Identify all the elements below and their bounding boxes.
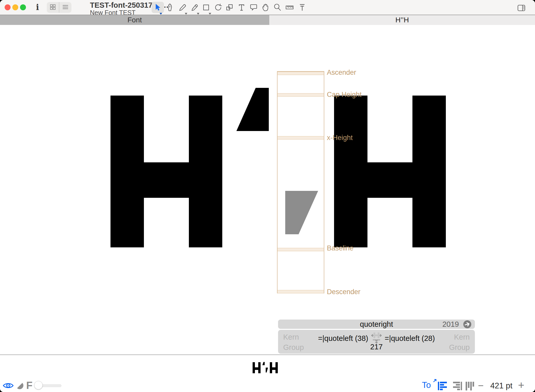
select-tool[interactable] (153, 3, 162, 12)
align-left-button[interactable] (438, 382, 448, 390)
glyph-name-bar: quoteright 2019 (278, 320, 475, 329)
tab-font-label: Font (127, 16, 142, 24)
glyph-info-box: Kern Group Kern Group =|quoteleft (38) (278, 330, 475, 354)
select-tool-caret (160, 13, 162, 15)
select-arrow-icon (153, 3, 162, 12)
descender-label: Descender (327, 288, 361, 296)
eye-icon (3, 382, 14, 389)
scale-icon (225, 3, 234, 12)
erase-tool[interactable] (190, 3, 199, 12)
preview-size-slider-knob[interactable] (34, 381, 43, 389)
list-view-button[interactable] (59, 2, 71, 13)
baseline-zone (278, 248, 324, 251)
rotate-icon (214, 3, 222, 12)
grid-view-button[interactable] (47, 2, 59, 13)
kerning-preview-text (253, 362, 278, 374)
glyph-shape (110, 96, 144, 247)
preview-strip: F To (0, 355, 535, 392)
pen-nib-icon (165, 3, 174, 12)
black-white-preview-toggle[interactable] (16, 382, 23, 389)
draw-tool[interactable] (165, 3, 174, 12)
glyph-width-value[interactable]: 217 (278, 343, 475, 351)
sidebar-toggle-button[interactable] (517, 4, 526, 12)
ruler-icon (285, 3, 294, 12)
left-kern-value[interactable]: =|quoteleft (38) (318, 334, 368, 343)
glyph-unicode: 2019 (442, 320, 459, 329)
tab-font[interactable]: Font (0, 15, 269, 25)
descender-zone (278, 290, 324, 293)
right-kern-value[interactable]: =|quoteleft (28) (385, 334, 435, 343)
pencil-icon (178, 3, 187, 12)
arrow-right-icon (463, 320, 471, 328)
eraser-pencil-icon (190, 3, 199, 12)
zoom-out-button[interactable]: − (478, 380, 484, 391)
sidebar-toggle-icon (517, 4, 526, 12)
glyph-H-right[interactable] (334, 96, 446, 247)
speech-bubble-icon (249, 3, 258, 12)
pencil-tool[interactable] (178, 3, 187, 12)
glyph-shape (334, 96, 367, 247)
baseline-label: Baseline (327, 244, 354, 252)
goto-glyph-button[interactable] (463, 320, 471, 328)
kerning-toggle-arrow-icon (433, 379, 437, 383)
x-height-zone (278, 136, 324, 139)
text-tool-icon (237, 3, 246, 12)
primitives-tool[interactable] (202, 3, 211, 12)
preview-visibility-toggle[interactable] (3, 382, 14, 390)
zoom-in-button[interactable]: + (518, 379, 524, 391)
rotate-tool[interactable] (214, 3, 222, 12)
vertical-metrics-tool[interactable] (298, 3, 307, 12)
zoom-window-button[interactable] (20, 4, 26, 10)
hand-tool[interactable] (261, 3, 270, 12)
align-right-button[interactable] (452, 382, 462, 390)
cap-height-zone (278, 93, 324, 97)
ascender-label: Ascender (327, 69, 356, 77)
scale-tool[interactable] (225, 3, 234, 12)
ascender-zone (278, 72, 324, 75)
text-tool[interactable] (237, 3, 246, 12)
close-button[interactable] (5, 4, 11, 10)
minimize-button[interactable] (12, 4, 18, 10)
title-bar: i TEST-font-250317.gl… N (0, 0, 535, 15)
glyph-shape (144, 162, 189, 198)
grid-view-icon (50, 4, 56, 11)
kerning-toggle[interactable]: To (422, 380, 431, 390)
rectangle-icon (202, 3, 211, 12)
glyph-shape (367, 162, 412, 198)
view-mode-segmented-control (47, 2, 71, 13)
magnifier-icon (273, 3, 282, 12)
tab-bar: Font H’’H (0, 15, 535, 25)
glyph-shape (412, 96, 446, 247)
vertical-layout-button[interactable] (466, 382, 474, 390)
font-info-button[interactable]: i (34, 2, 41, 12)
pencil-tool-caret (185, 13, 187, 15)
glyph-quoteleft[interactable] (236, 88, 269, 131)
glyphs-app-window: i TEST-font-250317.gl… N (0, 0, 535, 392)
hand-icon (261, 3, 270, 12)
list-view-icon (62, 4, 69, 11)
annotation-tool[interactable] (249, 3, 258, 12)
primitives-tool-caret (209, 13, 211, 15)
glyph-shape (189, 96, 222, 247)
x-height-label: x-Height (327, 134, 353, 142)
zoom-level-value[interactable]: 421 pt (490, 381, 512, 390)
glyph-edit-canvas[interactable]: Ascender Cap Height x-Height Baseline De… (0, 25, 535, 354)
tab-edit-label: H’’H (395, 16, 409, 24)
zoom-tool[interactable] (273, 3, 282, 12)
text-metrics-icon (298, 3, 307, 12)
glyph-H-left[interactable] (110, 96, 222, 247)
tab-edit-view[interactable]: H’’H (269, 15, 535, 25)
feature-preview-toggle[interactable]: F (26, 380, 32, 391)
glyph-metrics-column[interactable] (277, 71, 324, 293)
measurement-tool[interactable] (285, 3, 294, 12)
erase-tool-caret (197, 13, 199, 15)
cap-height-label: Cap Height (327, 91, 362, 99)
